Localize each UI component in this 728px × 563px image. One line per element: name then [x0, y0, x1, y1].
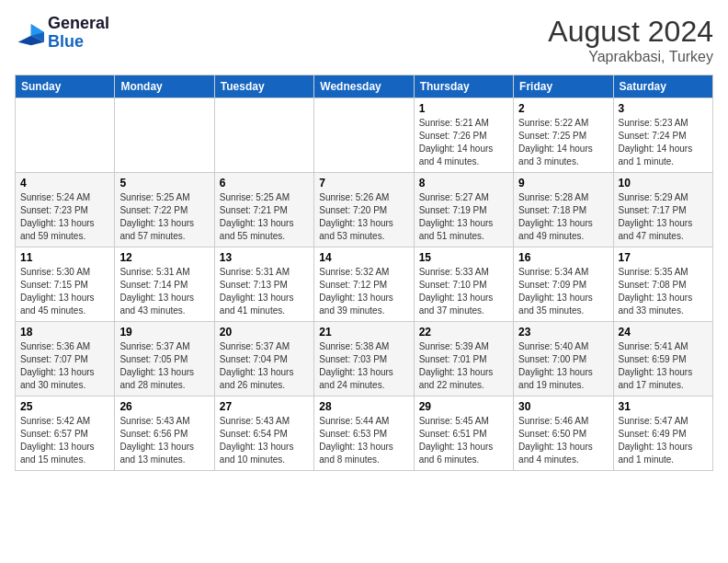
- calendar-cell: 19Sunrise: 5:37 AM Sunset: 7:05 PM Dayli…: [115, 322, 214, 396]
- day-number: 1: [419, 102, 508, 115]
- logo-text: General Blue: [48, 15, 109, 52]
- day-header-thursday: Thursday: [414, 75, 513, 98]
- day-number: 31: [619, 400, 708, 413]
- day-number: 17: [619, 251, 708, 264]
- day-info: Sunrise: 5:47 AM Sunset: 6:49 PM Dayligh…: [619, 415, 708, 466]
- logo-icon: [15, 20, 44, 46]
- day-info: Sunrise: 5:31 AM Sunset: 7:13 PM Dayligh…: [220, 266, 309, 317]
- day-number: 19: [119, 326, 209, 339]
- day-info: Sunrise: 5:40 AM Sunset: 7:00 PM Dayligh…: [518, 340, 608, 392]
- day-number: 28: [319, 400, 408, 413]
- calendar-cell: 18Sunrise: 5:36 AM Sunset: 7:07 PM Dayli…: [16, 322, 115, 396]
- day-number: 5: [119, 177, 209, 190]
- calendar-cell: 3Sunrise: 5:23 AM Sunset: 7:24 PM Daylig…: [613, 98, 712, 173]
- day-number: 22: [419, 326, 508, 339]
- day-number: 3: [619, 102, 708, 115]
- calendar-cell: 10Sunrise: 5:29 AM Sunset: 7:17 PM Dayli…: [613, 173, 712, 247]
- day-info: Sunrise: 5:43 AM Sunset: 6:56 PM Dayligh…: [119, 415, 209, 466]
- calendar-cell: 25Sunrise: 5:42 AM Sunset: 6:57 PM Dayli…: [16, 396, 115, 471]
- calendar-week-5: 25Sunrise: 5:42 AM Sunset: 6:57 PM Dayli…: [16, 396, 713, 471]
- day-info: Sunrise: 5:42 AM Sunset: 6:57 PM Dayligh…: [20, 415, 109, 466]
- day-number: 14: [319, 251, 408, 264]
- day-info: Sunrise: 5:41 AM Sunset: 6:59 PM Dayligh…: [619, 340, 708, 392]
- day-info: Sunrise: 5:27 AM Sunset: 7:19 PM Dayligh…: [419, 191, 508, 243]
- day-number: 21: [319, 326, 408, 339]
- calendar-cell: [214, 98, 313, 173]
- calendar-cell: [16, 98, 115, 173]
- day-header-saturday: Saturday: [613, 75, 712, 98]
- calendar-cell: 16Sunrise: 5:34 AM Sunset: 7:09 PM Dayli…: [514, 247, 613, 322]
- day-number: 2: [518, 102, 608, 115]
- day-number: 7: [319, 177, 408, 190]
- day-info: Sunrise: 5:25 AM Sunset: 7:21 PM Dayligh…: [220, 191, 309, 243]
- day-info: Sunrise: 5:29 AM Sunset: 7:17 PM Dayligh…: [619, 191, 708, 243]
- day-number: 15: [419, 251, 508, 264]
- calendar-cell: 8Sunrise: 5:27 AM Sunset: 7:19 PM Daylig…: [414, 173, 513, 247]
- day-number: 6: [220, 177, 309, 190]
- calendar-cell: 13Sunrise: 5:31 AM Sunset: 7:13 PM Dayli…: [214, 247, 313, 322]
- calendar-week-1: 1Sunrise: 5:21 AM Sunset: 7:26 PM Daylig…: [16, 98, 713, 173]
- calendar-week-4: 18Sunrise: 5:36 AM Sunset: 7:07 PM Dayli…: [16, 322, 713, 396]
- calendar-cell: 26Sunrise: 5:43 AM Sunset: 6:56 PM Dayli…: [115, 396, 214, 471]
- calendar-cell: 23Sunrise: 5:40 AM Sunset: 7:00 PM Dayli…: [514, 322, 613, 396]
- calendar-cell: 12Sunrise: 5:31 AM Sunset: 7:14 PM Dayli…: [115, 247, 214, 322]
- calendar-cell: 1Sunrise: 5:21 AM Sunset: 7:26 PM Daylig…: [414, 98, 513, 173]
- calendar-cell: 4Sunrise: 5:24 AM Sunset: 7:23 PM Daylig…: [16, 173, 115, 247]
- day-info: Sunrise: 5:28 AM Sunset: 7:18 PM Dayligh…: [518, 191, 608, 243]
- day-number: 27: [220, 400, 309, 413]
- calendar-cell: 31Sunrise: 5:47 AM Sunset: 6:49 PM Dayli…: [613, 396, 712, 471]
- calendar-cell: 20Sunrise: 5:37 AM Sunset: 7:04 PM Dayli…: [214, 322, 313, 396]
- day-info: Sunrise: 5:31 AM Sunset: 7:14 PM Dayligh…: [119, 266, 209, 317]
- day-info: Sunrise: 5:38 AM Sunset: 7:03 PM Dayligh…: [319, 340, 408, 392]
- calendar-header-row: SundayMondayTuesdayWednesdayThursdayFrid…: [16, 75, 713, 98]
- day-info: Sunrise: 5:23 AM Sunset: 7:24 PM Dayligh…: [619, 117, 708, 168]
- day-info: Sunrise: 5:22 AM Sunset: 7:25 PM Dayligh…: [518, 117, 608, 168]
- day-info: Sunrise: 5:46 AM Sunset: 6:50 PM Dayligh…: [518, 415, 608, 466]
- day-number: 26: [119, 400, 209, 413]
- day-info: Sunrise: 5:26 AM Sunset: 7:20 PM Dayligh…: [319, 191, 408, 243]
- day-info: Sunrise: 5:30 AM Sunset: 7:15 PM Dayligh…: [20, 266, 109, 317]
- day-number: 29: [419, 400, 508, 413]
- day-number: 4: [20, 177, 109, 190]
- calendar-cell: 27Sunrise: 5:43 AM Sunset: 6:54 PM Dayli…: [214, 396, 313, 471]
- day-info: Sunrise: 5:25 AM Sunset: 7:22 PM Dayligh…: [119, 191, 209, 243]
- title-block: August 2024 Yaprakbasi, Turkey: [548, 15, 713, 65]
- calendar-cell: 2Sunrise: 5:22 AM Sunset: 7:25 PM Daylig…: [514, 98, 613, 173]
- calendar-cell: 15Sunrise: 5:33 AM Sunset: 7:10 PM Dayli…: [414, 247, 513, 322]
- logo: General Blue: [15, 15, 109, 52]
- calendar-cell: 14Sunrise: 5:32 AM Sunset: 7:12 PM Dayli…: [314, 247, 414, 322]
- day-number: 23: [518, 326, 608, 339]
- day-info: Sunrise: 5:37 AM Sunset: 7:04 PM Dayligh…: [220, 340, 309, 392]
- day-info: Sunrise: 5:39 AM Sunset: 7:01 PM Dayligh…: [419, 340, 508, 392]
- calendar-cell: 17Sunrise: 5:35 AM Sunset: 7:08 PM Dayli…: [613, 247, 712, 322]
- calendar-cell: 24Sunrise: 5:41 AM Sunset: 6:59 PM Dayli…: [613, 322, 712, 396]
- day-info: Sunrise: 5:43 AM Sunset: 6:54 PM Dayligh…: [220, 415, 309, 466]
- day-number: 12: [119, 251, 209, 264]
- location: Yaprakbasi, Turkey: [548, 49, 713, 65]
- day-number: 18: [20, 326, 109, 339]
- month-year: August 2024: [548, 15, 713, 49]
- day-info: Sunrise: 5:32 AM Sunset: 7:12 PM Dayligh…: [319, 266, 408, 317]
- calendar-cell: 22Sunrise: 5:39 AM Sunset: 7:01 PM Dayli…: [414, 322, 513, 396]
- day-info: Sunrise: 5:24 AM Sunset: 7:23 PM Dayligh…: [20, 191, 109, 243]
- calendar-cell: 5Sunrise: 5:25 AM Sunset: 7:22 PM Daylig…: [115, 173, 214, 247]
- day-number: 25: [20, 400, 109, 413]
- day-info: Sunrise: 5:21 AM Sunset: 7:26 PM Dayligh…: [419, 117, 508, 168]
- day-number: 10: [619, 177, 708, 190]
- day-number: 24: [619, 326, 708, 339]
- day-info: Sunrise: 5:35 AM Sunset: 7:08 PM Dayligh…: [619, 266, 708, 317]
- calendar-cell: 9Sunrise: 5:28 AM Sunset: 7:18 PM Daylig…: [514, 173, 613, 247]
- calendar-table: SundayMondayTuesdayWednesdayThursdayFrid…: [15, 75, 713, 471]
- day-number: 13: [220, 251, 309, 264]
- calendar-cell: 21Sunrise: 5:38 AM Sunset: 7:03 PM Dayli…: [314, 322, 414, 396]
- day-number: 8: [419, 177, 508, 190]
- calendar-cell: 11Sunrise: 5:30 AM Sunset: 7:15 PM Dayli…: [16, 247, 115, 322]
- day-header-sunday: Sunday: [16, 75, 115, 98]
- calendar-week-2: 4Sunrise: 5:24 AM Sunset: 7:23 PM Daylig…: [16, 173, 713, 247]
- day-header-wednesday: Wednesday: [314, 75, 414, 98]
- day-info: Sunrise: 5:36 AM Sunset: 7:07 PM Dayligh…: [20, 340, 109, 392]
- calendar-cell: [314, 98, 414, 173]
- day-info: Sunrise: 5:45 AM Sunset: 6:51 PM Dayligh…: [419, 415, 508, 466]
- day-info: Sunrise: 5:33 AM Sunset: 7:10 PM Dayligh…: [419, 266, 508, 317]
- calendar-cell: 28Sunrise: 5:44 AM Sunset: 6:53 PM Dayli…: [314, 396, 414, 471]
